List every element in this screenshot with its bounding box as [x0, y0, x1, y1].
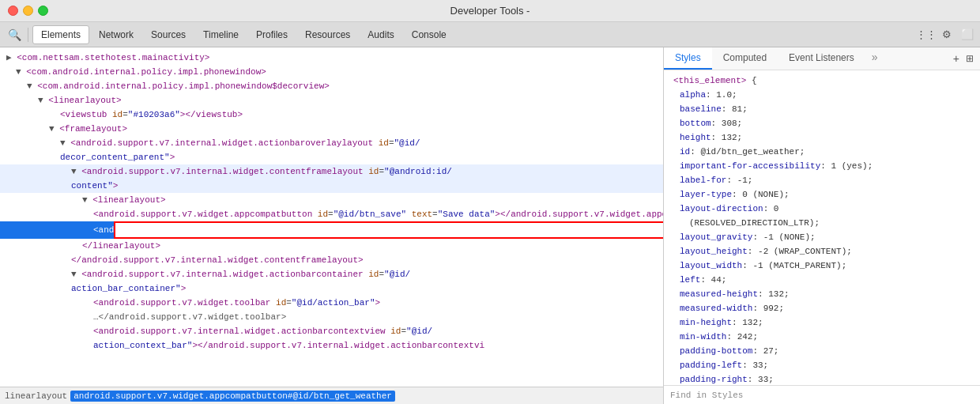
dom-line[interactable]: <android.support.v7.widget.toolbar id="@…	[0, 296, 663, 310]
dom-line[interactable]: </android.support.v7.internal.widget.con…	[0, 253, 663, 267]
css-prop-line: padding-bottom: 27;	[670, 344, 974, 358]
tab-console[interactable]: Console	[404, 26, 454, 43]
dom-line[interactable]: ▼ <com.android.internal.policy.impl.phon…	[0, 65, 663, 79]
dom-line[interactable]: content">	[0, 179, 663, 193]
css-prop-line: min-height: 132;	[670, 315, 974, 330]
tab-computed[interactable]: Computed	[712, 47, 778, 70]
dom-line[interactable]: ▼ <android.support.v7.internal.widget.co…	[0, 164, 663, 179]
tab-profiles[interactable]: Profiles	[248, 26, 296, 43]
breadcrumb-bar: linearlayout android.support.v7.widget.a…	[0, 387, 663, 404]
dom-line[interactable]: <android.support.v7.widget.appcompatbutt…	[0, 207, 663, 221]
css-prop-line: padding-right: 33;	[670, 372, 974, 385]
breadcrumb-selected[interactable]: android.support.v7.widget.appcompatbutto…	[70, 391, 395, 402]
dom-line-selected[interactable]: <and〈android.support.v7.widget.appcompat…	[0, 221, 663, 239]
dom-line[interactable]: ▼ <android.support.v7.internal.widget.ac…	[0, 136, 663, 150]
css-prop-line: padding-left: 33;	[670, 358, 974, 372]
window-title: Developer Tools -	[450, 5, 530, 17]
find-in-styles-label: Find in Styles	[670, 391, 743, 400]
css-prop-line: important-for-accessibility: 1 (yes);	[670, 159, 974, 173]
toggle-style-icon[interactable]: ⊞	[966, 53, 974, 64]
tab-event-listeners[interactable]: Event Listeners	[778, 47, 865, 70]
css-comment-line: (RESOLVED_DIRECTION_LTR);	[670, 216, 974, 230]
find-in-styles-bar[interactable]: Find in Styles	[664, 385, 980, 404]
css-prop-line: bottom: 308;	[670, 116, 974, 130]
dom-line[interactable]: …</android.support.v7.widget.toolbar>	[0, 310, 663, 324]
dom-panel: ▶ <com.nettsam.stethotest.mainactivity> …	[0, 47, 664, 404]
add-style-icon[interactable]: +	[953, 52, 959, 65]
tab-sources[interactable]: Sources	[143, 26, 194, 43]
dock-icon[interactable]: ⬜	[959, 27, 975, 43]
search-icon[interactable]: 🔍	[5, 25, 24, 44]
dom-line[interactable]: ▼ <com.android.internal.policy.impl.phon…	[0, 79, 663, 93]
css-prop-line: layer-type: 0 (NONE);	[670, 187, 974, 202]
tab-elements[interactable]: Elements	[32, 25, 89, 44]
dom-line[interactable]: ▼ <android.support.v7.internal.widget.ac…	[0, 267, 663, 281]
dom-line[interactable]: ▼ <linearlayout>	[0, 93, 663, 108]
dom-line[interactable]: ▼ <linearlayout>	[0, 193, 663, 207]
css-prop-line: alpha: 1.0;	[670, 88, 974, 102]
dom-line[interactable]: action_bar_container">	[0, 281, 663, 296]
maximize-button[interactable]	[38, 6, 48, 16]
more-tools-icon[interactable]: ⋮⋮	[918, 27, 934, 43]
toolbar-right: ⋮⋮ ⚙ ⬜	[918, 27, 975, 43]
css-prop-line: id: @id/btn_get_weather;	[670, 145, 974, 159]
css-prop-line: measured-height: 132;	[670, 287, 974, 301]
css-prop-line: height: 132;	[670, 130, 974, 145]
tab-audits[interactable]: Audits	[360, 26, 401, 43]
css-selector-line: <this_element> {	[670, 74, 974, 88]
css-prop-line: layout_width: -1 (MATCH_PARENT);	[670, 259, 974, 273]
dom-line[interactable]: decor_content_parent">	[0, 150, 663, 164]
separator	[28, 28, 28, 42]
tab-timeline[interactable]: Timeline	[195, 26, 247, 43]
css-prop-line: left: 44;	[670, 273, 974, 287]
breadcrumb-item[interactable]: linearlayout	[5, 391, 67, 401]
dom-line[interactable]: <android.support.v7.internal.widget.acti…	[0, 324, 663, 338]
css-prop-line: measured-width: 992;	[670, 301, 974, 315]
dom-line[interactable]: ▶ <com.nettsam.stethotest.mainactivity>	[0, 51, 663, 65]
css-prop-line: layout_height: -2 (WRAP_CONTENT);	[670, 244, 974, 259]
css-prop-line: baseline: 81;	[670, 102, 974, 116]
dom-line[interactable]: action_context_bar"></android.support.v7…	[0, 338, 663, 353]
dom-line[interactable]: </linearlayout>	[0, 239, 663, 253]
more-tabs-icon[interactable]: »	[869, 47, 881, 70]
styles-panel: Styles Computed Event Listeners » + ⊞ <t…	[664, 47, 980, 404]
css-prop-line: label-for: -1;	[670, 173, 974, 187]
title-bar: Developer Tools -	[0, 0, 980, 22]
tab-network[interactable]: Network	[91, 26, 141, 43]
minimize-button[interactable]	[23, 6, 33, 16]
dom-tree[interactable]: ▶ <com.nettsam.stethotest.mainactivity> …	[0, 47, 663, 387]
window-controls	[8, 6, 48, 16]
css-prop-line: min-width: 242;	[670, 330, 974, 344]
css-prop-line: layout_gravity: -1 (NONE);	[670, 230, 974, 244]
css-prop-line: layout-direction: 0	[670, 202, 974, 216]
dom-line[interactable]: <viewstub id="#10203a6"></viewstub>	[0, 108, 663, 122]
tab-resources[interactable]: Resources	[297, 26, 358, 43]
close-button[interactable]	[8, 6, 18, 16]
settings-icon[interactable]: ⚙	[939, 27, 955, 43]
styles-content: <this_element> { alpha: 1.0; baseline: 8…	[664, 70, 980, 385]
tab-styles[interactable]: Styles	[664, 47, 712, 70]
main-layout: ▶ <com.nettsam.stethotest.mainactivity> …	[0, 47, 980, 404]
toolbar: 🔍 Elements Network Sources Timeline Prof…	[0, 22, 980, 47]
styles-tabs: Styles Computed Event Listeners » + ⊞	[664, 47, 980, 70]
dom-line[interactable]: ▼ <framelayout>	[0, 122, 663, 136]
